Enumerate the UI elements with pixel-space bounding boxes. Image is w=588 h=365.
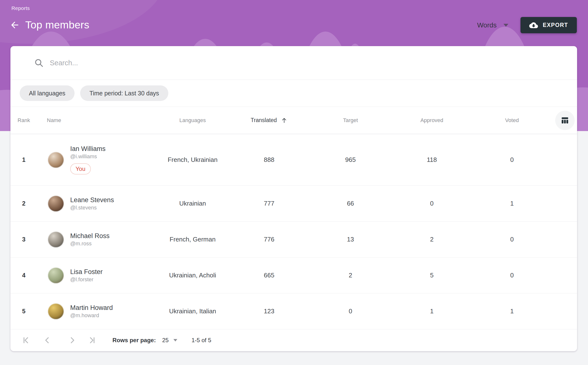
cloud-download-icon — [529, 21, 538, 30]
column-header-rank: Rank — [10, 117, 37, 124]
pagination-bar: Rows per page: 25 1-5 of 5 — [10, 329, 577, 351]
unit-selector-value: Words — [477, 21, 496, 29]
rank-cell: 5 — [10, 308, 37, 315]
header-actions: Words EXPORT — [477, 17, 577, 33]
avatar — [48, 152, 64, 168]
table-row[interactable]: 5 Martin Howard @m.howard Ukrainian, Ita… — [10, 293, 577, 329]
languages-cell: French, German — [156, 236, 229, 243]
rows-per-page-select[interactable]: 25 — [162, 337, 178, 344]
voted-cell: 0 — [472, 156, 552, 164]
rank-cell: 3 — [10, 236, 37, 243]
filter-time-period-chip[interactable]: Time period: Last 30 days — [80, 85, 168, 101]
rows-per-page-label: Rows per page: — [112, 337, 156, 344]
next-page-button[interactable] — [67, 335, 77, 345]
avatar — [48, 267, 64, 283]
voted-cell: 1 — [472, 200, 552, 207]
member-name: Leane Stevens — [70, 196, 114, 204]
rows-per-page-value: 25 — [162, 337, 169, 344]
voted-cell: 0 — [472, 236, 552, 243]
approved-cell: 118 — [392, 156, 472, 164]
unit-selector[interactable]: Words — [477, 21, 508, 29]
languages-cell: French, Ukrainian — [156, 156, 229, 164]
avatar — [48, 303, 64, 319]
rank-cell: 2 — [10, 200, 37, 207]
sort-ascending-icon — [281, 117, 288, 124]
approved-cell: 2 — [392, 236, 472, 243]
chevron-left-icon — [43, 336, 52, 345]
target-cell: 2 — [309, 272, 392, 279]
approved-cell: 1 — [392, 307, 472, 315]
first-page-button[interactable] — [21, 335, 31, 345]
member-name: Ian Williams — [70, 145, 106, 153]
table-row[interactable]: 4 Lisa Foster @l.forster Ukrainian, Acho… — [10, 257, 577, 293]
filter-language-chip[interactable]: All languages — [20, 85, 75, 101]
voted-cell: 0 — [472, 272, 552, 279]
translated-cell: 888 — [229, 156, 309, 164]
back-arrow-icon[interactable] — [10, 20, 20, 30]
export-button[interactable]: EXPORT — [520, 17, 577, 33]
table-header: Rank Name Languages Translated Target Ap… — [10, 107, 577, 134]
target-cell: 0 — [309, 307, 392, 315]
voted-cell: 1 — [472, 307, 552, 315]
title-row: Top members — [10, 19, 89, 31]
column-header-voted[interactable]: Voted — [472, 117, 552, 124]
translated-cell: 665 — [229, 272, 309, 279]
translated-cell: 776 — [229, 236, 309, 243]
table-row[interactable]: 1 Ian Williams @i.williams You French, U… — [10, 134, 577, 186]
page-title: Top members — [25, 19, 89, 31]
languages-cell: Ukrainian — [156, 200, 229, 207]
member-name: Lisa Foster — [70, 268, 103, 276]
member-cell: Lisa Foster @l.forster — [37, 267, 156, 283]
member-cell: Michael Ross @m.ross — [37, 232, 156, 248]
target-cell: 965 — [309, 156, 392, 164]
column-header-languages[interactable]: Languages — [156, 117, 229, 124]
member-username: @l.forster — [70, 276, 103, 283]
search-input[interactable] — [50, 59, 565, 67]
target-cell: 13 — [309, 236, 392, 243]
avatar — [48, 196, 64, 212]
search-icon — [34, 58, 44, 68]
filters-row: All languages Time period: Last 30 days — [10, 80, 577, 107]
column-header-translated-label: Translated — [251, 117, 277, 124]
rank-cell: 1 — [10, 156, 37, 163]
chevron-down-icon — [503, 24, 508, 27]
translated-cell: 123 — [229, 307, 309, 315]
target-cell: 66 — [309, 200, 392, 207]
translated-cell: 777 — [229, 200, 309, 207]
chevron-down-icon — [173, 339, 177, 341]
column-settings-button[interactable] — [555, 111, 575, 130]
member-cell: Martin Howard @m.howard — [37, 303, 156, 319]
breadcrumb[interactable]: Reports — [11, 5, 30, 11]
you-badge: You — [70, 163, 91, 174]
table-row[interactable]: 2 Leane Stevens @l.stevens Ukrainian 777… — [10, 186, 577, 222]
avatar — [48, 232, 64, 248]
member-username: @m.howard — [70, 312, 113, 319]
previous-page-button[interactable] — [43, 335, 52, 345]
search-bar — [10, 46, 577, 80]
member-username: @l.stevens — [70, 205, 114, 211]
report-card: All languages Time period: Last 30 days … — [10, 46, 577, 351]
column-header-approved[interactable]: Approved — [392, 117, 472, 124]
approved-cell: 0 — [392, 200, 472, 207]
pagination-range: 1-5 of 5 — [191, 337, 211, 344]
last-page-button[interactable] — [87, 335, 97, 345]
member-username: @m.ross — [70, 241, 110, 247]
rank-cell: 4 — [10, 272, 37, 279]
last-page-icon — [88, 336, 96, 345]
column-header-target[interactable]: Target — [309, 117, 392, 124]
member-cell: Leane Stevens @l.stevens — [37, 196, 156, 212]
column-header-name: Name — [37, 117, 156, 124]
export-label: EXPORT — [543, 22, 568, 28]
first-page-icon — [22, 336, 30, 345]
column-header-translated[interactable]: Translated — [229, 117, 309, 124]
approved-cell: 5 — [392, 272, 472, 279]
table-row[interactable]: 3 Michael Ross @m.ross French, German 77… — [10, 222, 577, 257]
chevron-right-icon — [68, 336, 77, 345]
member-name: Martin Howard — [70, 304, 113, 312]
languages-cell: Ukrainian, Acholi — [156, 272, 229, 279]
member-username: @i.williams — [70, 153, 106, 160]
member-cell: Ian Williams @i.williams You — [37, 145, 156, 174]
table-columns-icon — [560, 116, 570, 125]
languages-cell: Ukrainian, Italian — [156, 307, 229, 315]
member-name: Michael Ross — [70, 232, 110, 240]
